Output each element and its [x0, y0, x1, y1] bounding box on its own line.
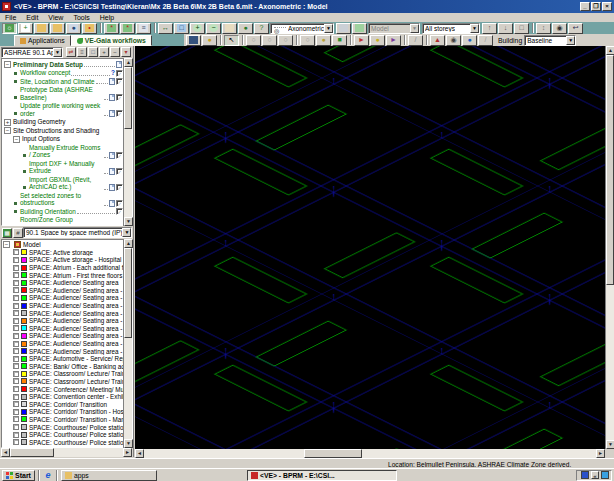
sun-cast-icon[interactable]: *: [120, 23, 135, 34]
workflow-item[interactable]: Manually Extrude Rooms / Zones✓: [3, 143, 123, 159]
space-checkbox[interactable]: [13, 318, 19, 324]
space-row[interactable]: SPACE: Corridor/ Transition - Hospital: [2, 408, 132, 416]
workflow-checkbox[interactable]: ✓: [116, 152, 123, 159]
scroll-down-icon[interactable]: ▼: [124, 439, 133, 448]
space-checkbox[interactable]: [13, 272, 19, 278]
workflow-checkbox[interactable]: ✓: [116, 168, 123, 175]
workflow-item[interactable]: Workflow concept?✓: [3, 69, 123, 78]
walk-icon[interactable]: ▲: [430, 35, 445, 46]
collapse-icon[interactable]: −: [4, 61, 11, 68]
space-row[interactable]: SPACE: Audience/ Seating area - Perf: [2, 325, 132, 333]
render-lamp-icon[interactable]: ●: [202, 35, 217, 46]
scroll-up-icon[interactable]: ▲: [606, 46, 614, 55]
scroll-thumb[interactable]: [10, 448, 54, 457]
storeys-combo[interactable]: All storeys▼: [422, 23, 480, 34]
scroll-thumb[interactable]: [124, 248, 132, 338]
space-row[interactable]: SPACE: Courthouse/ Police station/ Pe: [2, 431, 132, 439]
report-page-icon[interactable]: [109, 94, 115, 101]
space-row[interactable]: SPACE: Audience/ Seating area - Com: [2, 287, 132, 295]
menu-help[interactable]: Help: [95, 14, 119, 21]
collapse-icon[interactable]: −: [13, 136, 20, 143]
space-checkbox[interactable]: [13, 439, 19, 445]
collapse-icon[interactable]: −: [4, 127, 11, 134]
space-checkbox[interactable]: [13, 371, 19, 377]
space-row[interactable]: SPACE: Courthouse/ Police station/ Pe: [2, 423, 132, 431]
space-checkbox[interactable]: [13, 424, 19, 430]
sun-path-icon[interactable]: *: [104, 23, 119, 34]
space-row[interactable]: SPACE: Courthouse/ Police station/ Pe: [2, 438, 132, 446]
scroll-up-icon[interactable]: ▲: [124, 239, 133, 248]
report-page-icon[interactable]: [109, 78, 115, 85]
restore-button[interactable]: ❐: [591, 2, 601, 11]
space-checkbox[interactable]: [13, 416, 19, 422]
workflow-report-icon[interactable]: □: [88, 47, 98, 57]
marker-icon[interactable]: ►: [354, 35, 369, 46]
report-page-icon[interactable]: [109, 200, 115, 207]
workflow-item[interactable]: Set selected zones to obstructions✓: [3, 191, 123, 207]
help-icon[interactable]: ?: [111, 69, 115, 77]
space-checkbox[interactable]: [13, 333, 19, 339]
axonometric-viewport[interactable]: [135, 46, 605, 449]
scroll-right-icon[interactable]: ►: [596, 449, 605, 458]
space-checkbox[interactable]: [13, 356, 19, 362]
select-cursor-icon[interactable]: ↖: [224, 35, 239, 46]
chevron-down-icon[interactable]: ▼: [53, 48, 62, 57]
detach-icon[interactable]: ●: [316, 35, 331, 46]
scroll-down-icon[interactable]: ▼: [124, 217, 133, 226]
building-combo[interactable]: Baseline▼: [524, 35, 576, 46]
tray-display-icon[interactable]: [581, 471, 589, 479]
tray-update-icon[interactable]: [601, 471, 609, 479]
space-row[interactable]: SPACE: Active storage - Hospital: [2, 256, 132, 264]
rotate-selection-icon[interactable]: ○: [262, 35, 277, 46]
scroll-down-icon[interactable]: ▼: [606, 440, 614, 449]
tab-applications[interactable]: Applications: [14, 35, 71, 46]
space-row[interactable]: SPACE: Automotive - Service/ Repair: [2, 355, 132, 363]
space-row[interactable]: SPACE: Audience/ Seating area - Peni: [2, 317, 132, 325]
scroll-thumb[interactable]: [304, 449, 362, 458]
annotate-icon[interactable]: /: [408, 35, 423, 46]
viewport-hscrollbar[interactable]: ◄ ►: [135, 449, 605, 458]
zoom-query-icon[interactable]: ?: [254, 23, 269, 34]
chevron-down-icon[interactable]: ▼: [122, 228, 131, 237]
new-model-icon[interactable]: +: [18, 23, 33, 34]
workflow-sync-icon[interactable]: ⇄: [66, 47, 76, 57]
space-checkbox[interactable]: [13, 386, 19, 392]
workflow-item[interactable]: −Preliminary Data Setup: [3, 60, 123, 69]
space-row[interactable]: SPACE: Audience/ Seating area - Gym: [2, 302, 132, 310]
flag-icon[interactable]: ►: [386, 35, 401, 46]
start-button[interactable]: Start: [2, 470, 35, 481]
save-icon[interactable]: [186, 35, 201, 46]
workflow-settings-icon[interactable]: ▾: [121, 47, 131, 57]
workflow-item[interactable]: Site, Location and Climate✓: [3, 77, 123, 86]
space-row[interactable]: SPACE: Audience/ Seating area - Moti: [2, 309, 132, 317]
pin-icon[interactable]: ↕: [536, 23, 551, 34]
space-row[interactable]: SPACE: Audience/ Seating area - Reli: [2, 332, 132, 340]
chevron-down-icon[interactable]: ▼: [470, 24, 479, 33]
save-project-icon[interactable]: [50, 23, 65, 34]
pan-hand-icon[interactable]: [222, 23, 237, 34]
space-row[interactable]: SPACE: Bank/ Office - Banking activity: [2, 363, 132, 371]
orbit-icon[interactable]: ↔: [158, 23, 173, 34]
space-checkbox[interactable]: [13, 310, 19, 316]
sphere-icon[interactable]: ●: [370, 35, 385, 46]
move-selection-icon[interactable]: ○: [246, 35, 261, 46]
workflow-item[interactable]: +Building Geometry: [3, 118, 123, 127]
space-checkbox[interactable]: [13, 378, 19, 384]
scroll-thumb[interactable]: [606, 55, 614, 285]
viewport-vscrollbar[interactable]: ▲ ▼: [605, 46, 614, 449]
space-row[interactable]: SPACE: Convention center - Exhibit sp: [2, 393, 132, 401]
space-checkbox[interactable]: [13, 348, 19, 354]
scroll-left-icon[interactable]: ◄: [1, 448, 10, 457]
workflow-print-icon[interactable]: ≡: [77, 47, 87, 57]
zoom-out-icon[interactable]: −: [206, 23, 221, 34]
scroll-thumb[interactable]: [124, 67, 132, 129]
number-icon[interactable]: #: [13, 228, 23, 238]
storey-down-icon[interactable]: ↓: [498, 23, 513, 34]
scroll-left-icon[interactable]: ◄: [135, 449, 144, 458]
space-row[interactable]: SPACE: Active storage: [2, 249, 132, 257]
report-page-icon[interactable]: [109, 152, 115, 159]
task-button[interactable]: <VE> - BPRM - E:\CSI...: [247, 470, 397, 481]
workflow-item[interactable]: Import DXF + Manually Extrude✓: [3, 159, 123, 175]
space-checkbox[interactable]: [13, 401, 19, 407]
minimize-button[interactable]: _: [580, 2, 590, 11]
